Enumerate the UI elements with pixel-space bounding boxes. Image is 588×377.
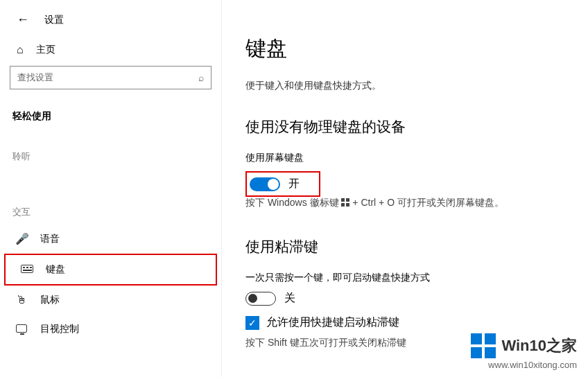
sidebar: ← 设置 ⌂ 主页 查找设置 ⌕ 轻松使用 聆听 交互 🎤 语音 键盘 🖱 鼠标 (0, 0, 222, 377)
watermark-brand: Win10之家 (501, 335, 577, 356)
osk-hint: 按下 Windows 徽标键 + Ctrl + O 可打开或关闭屏幕键盘。 (245, 197, 588, 209)
home-icon: ⌂ (17, 44, 24, 56)
sidebar-item-keyboard[interactable]: 键盘 (4, 254, 217, 286)
back-icon[interactable]: ← (17, 12, 29, 27)
page-title: 键盘 (245, 35, 588, 63)
osk-label: 使用屏幕键盘 (245, 152, 588, 164)
page-subtitle: 便于键入和使用键盘快捷方式。 (245, 80, 588, 92)
keyboard-icon (21, 263, 33, 276)
sticky-toggle-state: 关 (284, 291, 295, 306)
search-placeholder: 查找设置 (17, 71, 53, 84)
sticky-toggle[interactable] (245, 292, 276, 306)
monitor-icon (15, 323, 28, 335)
section-heading-sticky: 使用粘滞键 (245, 237, 588, 256)
sticky-label: 一次只需按一个键，即可启动键盘快捷方式 (245, 272, 588, 284)
section-ease-of-access: 轻松使用 (0, 98, 221, 127)
mouse-icon: 🖱 (15, 294, 28, 306)
osk-toggle-highlight: 开 (245, 171, 320, 197)
sidebar-item-voice[interactable]: 🎤 语音 (0, 224, 221, 254)
sidebar-item-label: 鼠标 (40, 294, 60, 306)
mic-icon: 🎤 (15, 232, 28, 245)
windows-logo-icon (341, 198, 349, 207)
sidebar-item-label: 键盘 (46, 263, 65, 276)
search-icon: ⌕ (198, 72, 204, 83)
main-content: 键盘 便于键入和使用键盘快捷方式。 使用没有物理键盘的设备 使用屏幕键盘 开 按… (222, 0, 588, 377)
section-hearing: 聆听 (0, 127, 221, 168)
osk-toggle-state: 开 (288, 177, 300, 191)
home-button[interactable]: ⌂ 主页 (0, 37, 221, 66)
sidebar-item-label: 语音 (40, 233, 60, 245)
search-input[interactable]: 查找设置 ⌕ (10, 66, 211, 89)
watermark-url: www.win10xitong.com (471, 360, 577, 370)
osk-toggle[interactable] (250, 177, 280, 191)
sticky-shortcut-checkbox[interactable]: ✓ (245, 316, 259, 330)
sidebar-item-eye-control[interactable]: 目视控制 (0, 315, 221, 344)
app-title: 设置 (44, 14, 64, 26)
sidebar-item-label: 目视控制 (40, 323, 79, 335)
watermark-logo-icon (471, 333, 496, 358)
section-interaction: 交互 (0, 168, 221, 224)
section-heading-osk: 使用没有物理键盘的设备 (245, 117, 588, 137)
watermark: Win10之家 www.win10xitong.com (471, 333, 577, 370)
home-label: 主页 (36, 44, 55, 56)
sticky-shortcut-label: 允许使用快捷键启动粘滞键 (266, 315, 399, 330)
sidebar-item-mouse[interactable]: 🖱 鼠标 (0, 286, 221, 315)
